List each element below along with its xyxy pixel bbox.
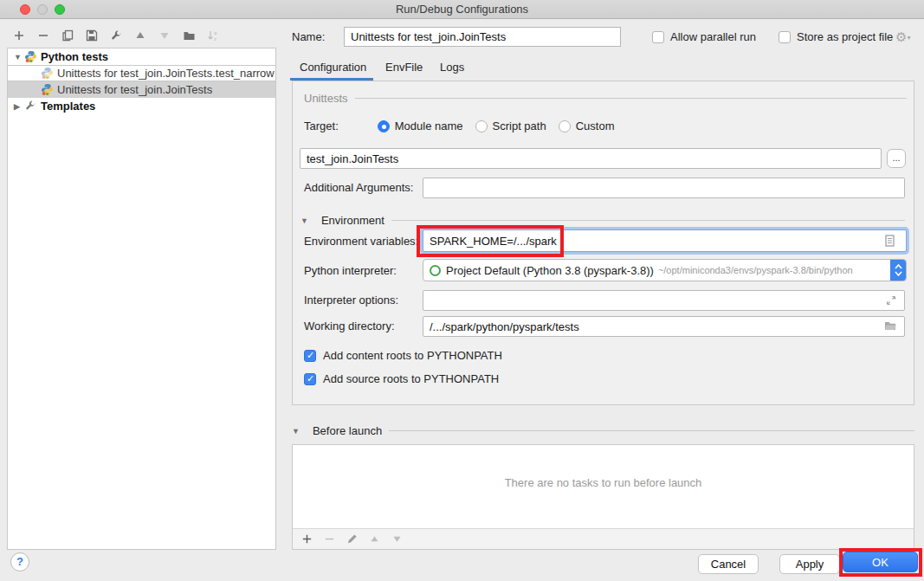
title-bar: Run/Debug Configurations bbox=[0, 0, 924, 19]
before-launch-header[interactable]: ▼ Before launch bbox=[292, 424, 914, 437]
configurations-tree: ▼ Python tests Unittests for test_join.J… bbox=[7, 48, 276, 550]
radio-custom[interactable]: Custom bbox=[559, 119, 615, 132]
new-folder-icon[interactable] bbox=[182, 29, 196, 42]
divider-line bbox=[391, 220, 905, 221]
chevron-right-icon[interactable]: ▶ bbox=[14, 102, 23, 111]
radio-module-name[interactable]: Module name bbox=[378, 119, 463, 132]
before-launch-empty-text: There are no tasks to run before launch bbox=[293, 476, 914, 489]
tab-configuration[interactable]: Configuration bbox=[300, 61, 366, 74]
configurations-toolbar: az bbox=[12, 27, 220, 44]
add-content-roots-checkbox[interactable]: Add content roots to PYTHONPATH bbox=[304, 349, 502, 362]
folder-browse-icon[interactable] bbox=[884, 320, 897, 332]
target-row: Target: Module name Script path Custom bbox=[304, 119, 626, 132]
add-source-roots-label: Add source roots to PYTHONPATH bbox=[323, 372, 499, 385]
additional-arguments-label: Additional Arguments: bbox=[304, 181, 413, 194]
edit-task-pencil-icon bbox=[346, 533, 358, 545]
configuration-panel: Unittests Target: Module name Script pat… bbox=[292, 81, 914, 405]
help-button[interactable]: ? bbox=[10, 552, 29, 571]
edit-templates-wrench-icon[interactable] bbox=[109, 29, 123, 42]
unittests-group-header: Unittests bbox=[304, 92, 907, 105]
radio-script-path[interactable]: Script path bbox=[475, 119, 546, 132]
add-task-icon[interactable] bbox=[300, 533, 313, 545]
move-up-icon[interactable] bbox=[133, 29, 147, 42]
svg-text:a: a bbox=[214, 30, 217, 36]
python-interpreter-path: ~/opt/miniconda3/envs/pyspark-3.8/bin/py… bbox=[658, 265, 887, 275]
edit-variables-icon[interactable] bbox=[884, 235, 895, 247]
environment-section-header[interactable]: ▼ Environment bbox=[300, 214, 905, 227]
conda-environment-icon bbox=[430, 265, 441, 276]
add-source-roots-checkbox[interactable]: Add source roots to PYTHONPATH bbox=[304, 372, 499, 385]
checkbox-checked-icon[interactable] bbox=[304, 350, 316, 362]
templates-wrench-icon bbox=[24, 100, 37, 113]
tree-item-test-narrow[interactable]: Unittests for test_join.JoinTests.test_n… bbox=[8, 65, 275, 81]
radio-selected-icon[interactable] bbox=[378, 120, 390, 132]
python-interpreter-label: Python interpreter: bbox=[304, 264, 397, 277]
add-content-roots-label: Add content roots to PYTHONPATH bbox=[323, 349, 502, 362]
radio-label: Custom bbox=[576, 119, 615, 132]
name-label: Name: bbox=[292, 30, 325, 43]
chevron-down-icon[interactable]: ▼ bbox=[14, 53, 23, 61]
radio-label: Module name bbox=[395, 119, 463, 132]
window-title: Run/Debug Configurations bbox=[0, 3, 924, 16]
interpreter-options-input[interactable] bbox=[423, 290, 905, 311]
target-label: Target: bbox=[304, 119, 339, 132]
environment-variables-label: Environment variables: bbox=[304, 235, 418, 248]
interpreter-options-label: Interpreter options: bbox=[304, 294, 398, 307]
store-as-project-file-label: Store as project file bbox=[797, 30, 893, 43]
ok-button[interactable]: OK bbox=[843, 552, 918, 572]
tree-node-label: Templates bbox=[41, 100, 95, 113]
tree-item-label: Unittests for test_join.JoinTests bbox=[57, 83, 212, 96]
remove-task-icon bbox=[323, 533, 335, 545]
radio-unselected-icon[interactable] bbox=[559, 120, 571, 132]
divider-line bbox=[389, 430, 914, 431]
expand-field-icon[interactable] bbox=[886, 295, 896, 306]
python-interpreter-combobox[interactable]: Project Default (Python 3.8 (pyspark-3.8… bbox=[423, 259, 907, 281]
chevron-down-icon[interactable]: ▼ bbox=[292, 427, 300, 436]
move-task-up-icon bbox=[368, 533, 380, 545]
working-directory-input[interactable] bbox=[423, 316, 905, 337]
sort-alphabetically-icon: az bbox=[206, 29, 220, 42]
radio-label: Script path bbox=[493, 119, 546, 132]
chevron-down-icon[interactable]: ▼ bbox=[300, 216, 308, 225]
tree-item-jointests-selected[interactable]: Unittests for test_join.JoinTests bbox=[8, 81, 275, 98]
python-interpreter-value: Project Default (Python 3.8 (pyspark-3.8… bbox=[446, 264, 654, 277]
browse-button[interactable]: ... bbox=[887, 149, 906, 168]
before-launch-task-list: There are no tasks to run before launch bbox=[292, 444, 914, 550]
tree-node-python-tests[interactable]: ▼ Python tests bbox=[8, 48, 275, 65]
checkbox-checked-icon[interactable] bbox=[304, 373, 316, 385]
allow-parallel-run-checkbox[interactable]: Allow parallel run bbox=[652, 30, 756, 43]
tree-node-templates[interactable]: ▶ Templates bbox=[8, 98, 275, 114]
cancel-button[interactable]: Cancel bbox=[698, 554, 759, 574]
add-configuration-icon[interactable] bbox=[12, 29, 26, 42]
name-input[interactable] bbox=[344, 27, 621, 47]
save-configuration-icon[interactable] bbox=[85, 29, 99, 42]
tab-envfile[interactable]: EnvFile bbox=[385, 61, 423, 74]
copy-configuration-icon[interactable] bbox=[61, 29, 74, 42]
target-module-input[interactable] bbox=[300, 148, 882, 169]
move-down-icon bbox=[158, 29, 171, 42]
environment-section-title: Environment bbox=[321, 214, 384, 227]
checkbox-unchecked-icon[interactable] bbox=[779, 31, 791, 43]
divider-line bbox=[355, 98, 907, 99]
environment-variables-input[interactable] bbox=[423, 229, 907, 252]
before-launch-title: Before launch bbox=[313, 424, 382, 437]
svg-text:z: z bbox=[214, 36, 216, 42]
python-test-icon bbox=[41, 67, 54, 80]
combobox-stepper-icon[interactable] bbox=[890, 259, 906, 281]
move-task-down-icon bbox=[391, 533, 403, 545]
gear-icon[interactable]: ⚙▾ bbox=[895, 29, 910, 45]
python-tests-icon bbox=[24, 50, 37, 63]
checkbox-unchecked-icon[interactable] bbox=[652, 31, 664, 43]
remove-configuration-icon[interactable] bbox=[36, 29, 50, 42]
additional-arguments-input[interactable] bbox=[423, 178, 905, 198]
tab-logs[interactable]: Logs bbox=[440, 61, 464, 74]
tree-item-label: Unittests for test_join.JoinTests.test_n… bbox=[57, 67, 275, 80]
unittests-group-title: Unittests bbox=[304, 92, 348, 105]
radio-unselected-icon[interactable] bbox=[475, 120, 488, 132]
before-launch-toolbar bbox=[293, 528, 914, 549]
working-directory-label: Working directory: bbox=[304, 320, 395, 332]
allow-parallel-run-label: Allow parallel run bbox=[670, 30, 756, 43]
apply-button[interactable]: Apply bbox=[779, 554, 840, 574]
python-test-icon bbox=[41, 83, 54, 96]
store-as-project-file-checkbox[interactable]: Store as project file bbox=[779, 30, 893, 43]
